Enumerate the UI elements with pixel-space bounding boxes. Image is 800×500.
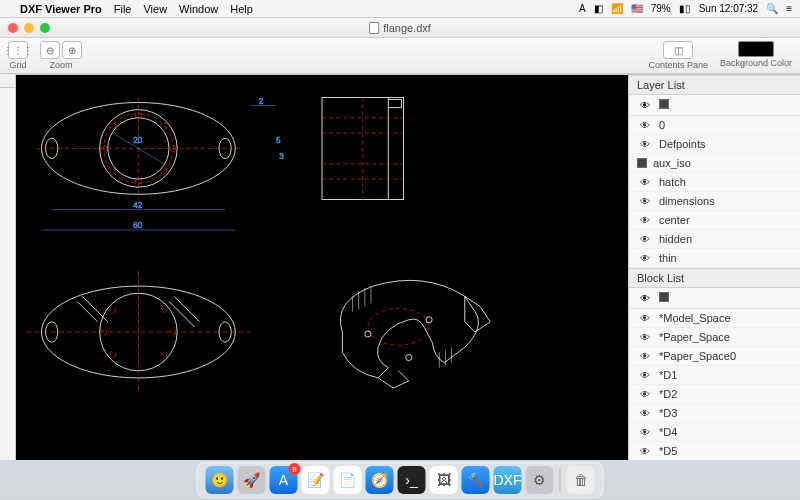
block-list-header: Block List [629,268,800,288]
bg-color-swatch[interactable] [738,41,774,57]
bg-color-tool[interactable]: Background Color [720,41,792,68]
dock-trash[interactable]: 🗑 [567,466,595,494]
menu-help[interactable]: Help [230,3,253,15]
grid-icon[interactable]: ⋮⋮⋮ [8,41,28,59]
visibility-icon[interactable] [637,176,653,188]
dock-safari[interactable]: 🧭 [366,466,394,494]
battery-icon[interactable]: ▮▯ [679,3,691,14]
svg-point-40 [161,306,167,312]
drawing-canvas[interactable]: 20 42 60 2 5 3 [16,75,628,460]
document-icon [369,22,379,34]
svg-point-53 [406,354,412,360]
zoom-out-icon[interactable]: ⊖ [40,41,60,59]
contents-pane-tool[interactable]: ◫ Contents Pane [648,41,708,70]
layer-row[interactable]: center [629,211,800,230]
zoom-in-icon[interactable]: ⊕ [62,41,82,59]
dock-textedit[interactable]: 📄 [334,466,362,494]
zoom-label: Zoom [49,60,72,70]
svg-point-52 [426,317,432,323]
layer-name: dimensions [659,195,715,207]
dock-dxf-viewer[interactable]: DXF [494,466,522,494]
visibility-icon[interactable] [637,369,653,381]
layer-row[interactable]: hatch [629,173,800,192]
block-row[interactable]: *D1 [629,366,800,385]
zoom-button[interactable] [40,23,50,33]
menu-file[interactable]: File [114,3,132,15]
battery-percent[interactable]: 79% [651,3,671,14]
grid-tool[interactable]: ⋮⋮⋮ Grid [8,41,28,70]
block-name: *D3 [659,407,677,419]
block-row[interactable]: *D2 [629,385,800,404]
block-row[interactable]: *Paper_Space [629,328,800,347]
macos-menubar: DXF Viewer Pro File View Window Help A ◧… [0,0,800,18]
block-name: *Paper_Space [659,331,730,343]
block-row[interactable]: *Paper_Space0 [629,347,800,366]
toggle-all-block-visibility-icon[interactable] [637,292,653,304]
block-name: *D4 [659,426,677,438]
visibility-icon[interactable] [637,312,653,324]
menu-window[interactable]: Window [179,3,218,15]
block-name: *D5 [659,445,677,457]
dock-launchpad[interactable]: 🚀 [238,466,266,494]
notification-center-icon[interactable]: ≡ [786,3,792,14]
dock-preview[interactable]: 🖼 [430,466,458,494]
layer-name: center [659,214,690,226]
spotlight-icon[interactable]: 🔍 [766,3,778,14]
wifi-icon[interactable]: 📶 [611,3,623,14]
toggle-all-block-color-icon[interactable] [659,292,669,302]
visibility-icon[interactable] [637,119,653,131]
ruler-vertical [0,88,16,460]
layer-color-icon[interactable] [637,158,647,168]
visibility-icon[interactable] [637,214,653,226]
layer-name: thin [659,252,677,264]
visibility-icon[interactable] [637,331,653,343]
dim-small3: 3 [279,152,284,161]
visibility-icon[interactable] [637,195,653,207]
layer-list-header: Layer List [629,75,800,95]
layer-row[interactable]: Defpoints [629,135,800,154]
menu-extra-icon[interactable]: ◧ [594,3,603,14]
clock[interactable]: Sun 12:07:32 [699,3,759,14]
layer-name: hatch [659,176,686,188]
svg-line-31 [77,301,97,321]
layer-row[interactable]: dimensions [629,192,800,211]
contents-pane-icon[interactable]: ◫ [663,41,693,59]
toggle-all-visibility-icon[interactable] [637,99,653,111]
visibility-icon[interactable] [637,233,653,245]
dock-terminal[interactable]: ›_ [398,466,426,494]
block-row[interactable]: *Model_Space [629,309,800,328]
adobe-icon[interactable]: A [579,3,586,14]
layer-name: hidden [659,233,692,245]
visibility-icon[interactable] [637,426,653,438]
dock-separator [560,468,561,492]
toolbar: ⋮⋮⋮ Grid ⊖ ⊕ Zoom ◫ Contents Pane Backgr… [0,38,800,74]
svg-point-51 [365,331,371,337]
block-row[interactable]: *D5 [629,442,800,460]
layer-row[interactable]: 0 [629,116,800,135]
app-name[interactable]: DXF Viewer Pro [20,3,102,15]
minimize-button[interactable] [24,23,34,33]
dock-finder[interactable]: 🙂 [206,466,234,494]
layer-row[interactable]: hidden [629,230,800,249]
zoom-tool[interactable]: ⊖ ⊕ Zoom [40,41,82,70]
toggle-all-color-icon[interactable] [659,99,669,109]
block-row[interactable]: *D3 [629,404,800,423]
visibility-icon[interactable] [637,138,653,150]
dim-overall: 60 [133,221,143,230]
visibility-icon[interactable] [637,350,653,362]
flag-icon[interactable]: 🇺🇸 [631,3,643,14]
visibility-icon[interactable] [637,407,653,419]
svg-point-12 [110,168,116,174]
menu-view[interactable]: View [143,3,167,15]
layer-row[interactable]: thin [629,249,800,268]
visibility-icon[interactable] [637,388,653,400]
visibility-icon[interactable] [637,252,653,264]
dock-xcode[interactable]: 🔨 [462,466,490,494]
dock-settings[interactable]: ⚙ [526,466,554,494]
layer-row[interactable]: aux_iso [629,154,800,173]
dock-notes[interactable]: 📝 [302,466,330,494]
block-row[interactable]: *D4 [629,423,800,442]
close-button[interactable] [8,23,18,33]
visibility-icon[interactable] [637,445,653,457]
appstore-badge: 9 [289,463,301,475]
